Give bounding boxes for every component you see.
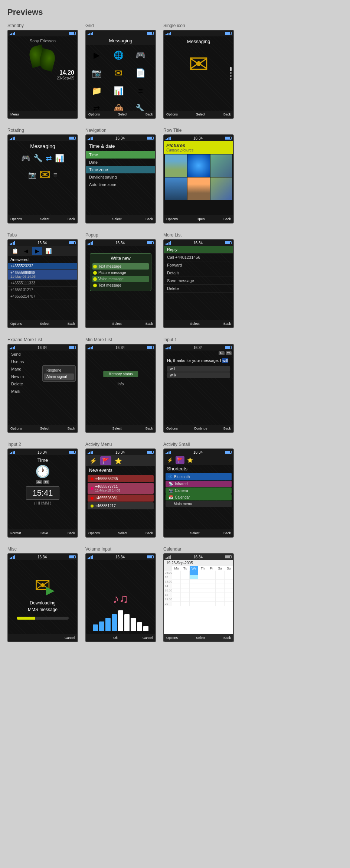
nav-item-timezone[interactable]: Time zone [86, 166, 155, 173]
nav-item-time[interactable]: Time [86, 151, 155, 159]
actsmall-item-2[interactable]: 📷 Camera [166, 487, 232, 494]
grid-icon-folder[interactable]: 📁 [88, 83, 105, 99]
actsmall-tab-2[interactable]: 🚩 [176, 456, 184, 464]
softkey-mid-rowtitle[interactable]: Open [196, 217, 205, 221]
actmenu-item-1[interactable]: +4655577711 11-May-15 14:05 [88, 483, 154, 494]
softkey-left-tabs[interactable]: Options [10, 322, 22, 326]
softkey-right-expand[interactable]: Back [68, 427, 75, 430]
morelist-item-1[interactable]: Call +4401231456 [164, 254, 233, 261]
minmore-item-0[interactable]: Memory status [103, 371, 138, 377]
suggestion-wilk[interactable]: wilk [167, 372, 230, 378]
popup-item-3[interactable]: Text message [92, 282, 149, 288]
tab-icon-4[interactable]: 📊 [43, 247, 53, 255]
input2-value[interactable]: 15:41 [26, 486, 59, 500]
tabs-item-4[interactable]: +46555214787 [8, 293, 77, 300]
grid-icon-play[interactable]: ▶ [88, 47, 105, 63]
suggestion-will[interactable]: will [167, 366, 230, 372]
softkey-mid-minmore[interactable]: Select [112, 427, 121, 430]
softkey-left-grid[interactable]: Options [88, 112, 100, 116]
expand-sub-1[interactable]: Alarm signal [44, 373, 74, 380]
grid-icon-arrows[interactable]: ⇄ [88, 101, 105, 111]
softkey-right-volume[interactable]: Cancel [143, 636, 153, 640]
softkey-mid-grid[interactable]: Select [118, 112, 127, 116]
softkey-mid-actsmall[interactable]: Select [190, 531, 199, 535]
softkey-left-rotating[interactable]: Options [10, 217, 22, 221]
morelist-item-3[interactable]: Details [164, 269, 233, 277]
softkey-mid-actmenu[interactable]: Select [118, 531, 127, 535]
expand-sub-0[interactable]: Ringtone [44, 367, 74, 373]
tab-icon-1[interactable]: 📋 [10, 247, 20, 255]
actmenu-item-0[interactable]: +4655553235 [88, 475, 154, 482]
softkey-right-calendar[interactable]: Back [223, 636, 231, 640]
actsmall-item-1[interactable]: 📡 Infrared [166, 481, 232, 487]
actsmall-tab-1[interactable]: ⚡ [166, 456, 174, 464]
morelist-item-2[interactable]: Forward [164, 261, 233, 269]
softkey-right-single[interactable]: Back [223, 112, 231, 116]
softkey-mid-input2[interactable]: Save [40, 531, 48, 535]
nav-item-date[interactable]: Date [86, 159, 155, 166]
softkey-right-rotating[interactable]: Back [68, 217, 75, 221]
actsmall-tab-3[interactable]: ⭐ [186, 456, 194, 464]
softkey-right-minmore[interactable]: Back [145, 427, 153, 430]
popup-item-0[interactable]: Text message [92, 263, 149, 270]
grid-icon-camera[interactable]: 📷 [88, 65, 105, 81]
softkey-mid-tabs[interactable]: Select [40, 322, 49, 326]
tabs-item-2[interactable]: +46555111333 [8, 280, 77, 287]
minmore-item-1[interactable]: Info [112, 381, 129, 387]
softkey-right-actsmall[interactable]: Back [223, 531, 231, 535]
softkey-right-tabs[interactable]: Back [68, 322, 75, 326]
softkey-mid-morelist[interactable]: Select [190, 322, 199, 326]
softkey-left-actmenu[interactable]: Options [88, 531, 100, 535]
morelist-item-4[interactable]: Save message [164, 277, 233, 285]
tab-icon-2[interactable]: ◀ [21, 247, 31, 255]
softkey-mid-input1[interactable]: Continue [194, 427, 207, 430]
softkey-mid-volume[interactable]: Ok [113, 636, 118, 640]
softkey-left-single[interactable]: Options [166, 112, 178, 116]
softkey-right-grid[interactable]: Back [145, 112, 153, 116]
popup-item-1[interactable]: Picture message [92, 270, 149, 276]
softkey-left-input1[interactable]: Options [166, 427, 178, 430]
softkey-right-input2[interactable]: Back [68, 531, 75, 535]
popup-item-2[interactable]: Voice message [92, 276, 149, 282]
softkey-right-nav[interactable]: Back [145, 217, 153, 221]
nav-item-autotime[interactable]: Auto time zone [86, 181, 155, 188]
tabs-item-3[interactable]: +4655131217 [8, 287, 77, 293]
morelist-item-5[interactable]: Delete [164, 285, 233, 293]
grid-icon-grid2[interactable]: 📊 [110, 83, 127, 99]
morelist-item-0[interactable]: Reply [164, 246, 233, 254]
softkey-mid-calendar[interactable]: Select [196, 636, 205, 640]
actmenu-tab-3[interactable]: ⭐ [113, 456, 124, 465]
softkey-mid-rotating[interactable]: Select [40, 217, 49, 221]
expand-item-0[interactable]: Send [8, 350, 77, 358]
actmenu-tab-1[interactable]: ⚡ [88, 456, 99, 465]
actmenu-item-3[interactable]: +468851217 [88, 502, 154, 509]
softkey-left-rowtitle[interactable]: Options [166, 217, 178, 221]
grid-icon-gamepad[interactable]: 🎮 [133, 47, 149, 63]
tabs-item-0[interactable]: +4655523232 [8, 263, 77, 270]
expand-item-1[interactable]: Use as [8, 358, 77, 365]
tabs-item-1[interactable]: +46555899898 11-May-05 14:05 [8, 270, 77, 280]
softkey-left-input2[interactable]: Format [10, 531, 21, 535]
softkey-left-standby[interactable]: Menu [10, 112, 19, 116]
softkey-right-rowtitle[interactable]: Back [223, 217, 231, 221]
actsmall-item-3[interactable]: 📅 Calendar [166, 494, 232, 500]
grid-icon-doc[interactable]: 📄 [133, 65, 149, 81]
softkey-left-expand[interactable]: Options [10, 427, 22, 430]
tab-icon-3[interactable]: ▶ [32, 247, 42, 255]
softkey-left-calendar[interactable]: Options [166, 636, 178, 640]
grid-icon-bag[interactable]: 👜 [110, 101, 127, 111]
softkey-right-input1[interactable]: Back [223, 427, 231, 430]
input1-main-text[interactable]: Hi, thanks for your message. I will [164, 356, 233, 365]
softkey-right-misc[interactable]: Cancel [65, 636, 75, 640]
expand-item-5[interactable]: Mark [8, 388, 77, 395]
actsmall-item-4[interactable]: ☰ Main menu [166, 501, 232, 507]
softkey-mid-expand[interactable]: Select [40, 427, 49, 430]
actmenu-item-2[interactable]: +4655598981 [88, 495, 154, 502]
actmenu-tab-2[interactable]: 🚩 [100, 456, 111, 465]
grid-icon-lines[interactable]: ≡ [133, 83, 149, 99]
softkey-right-morelist[interactable]: Back [223, 322, 231, 326]
softkey-mid-single[interactable]: Select [196, 112, 205, 116]
actsmall-item-0[interactable]: Ⓑ Bluetooth [166, 473, 232, 480]
softkey-right-actmenu[interactable]: Back [145, 531, 153, 535]
softkey-mid-nav[interactable]: Select [112, 217, 121, 221]
